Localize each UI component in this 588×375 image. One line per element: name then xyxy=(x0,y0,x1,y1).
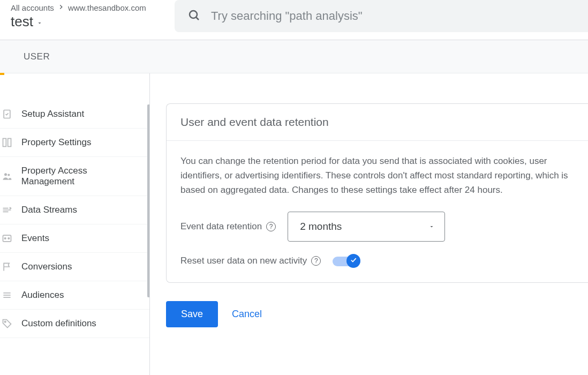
sidebar-item-events[interactable]: Events xyxy=(0,224,149,253)
breadcrumb-root: All accounts xyxy=(11,3,54,12)
svg-point-9 xyxy=(8,238,9,239)
sidebar-item-label: Property Access Management xyxy=(21,166,142,187)
sidebar-item-label: Custom definitions xyxy=(21,318,96,329)
svg-point-6 xyxy=(7,174,10,176)
events-icon xyxy=(1,233,13,244)
chevron-right-icon xyxy=(57,3,65,12)
card-description: You can change the retention period for … xyxy=(180,154,574,198)
breadcrumb-site: www.thesandbox.com xyxy=(68,3,146,12)
svg-point-13 xyxy=(4,321,6,322)
reset-user-data-toggle[interactable] xyxy=(333,256,359,266)
sidebar-item-label: Data Streams xyxy=(21,205,77,215)
svg-point-8 xyxy=(4,238,6,239)
dropdown-caret-icon xyxy=(36,13,43,30)
cancel-button[interactable]: Cancel xyxy=(232,309,262,320)
select-value: 2 months xyxy=(300,221,342,232)
svg-rect-3 xyxy=(3,139,6,147)
people-icon xyxy=(1,171,13,182)
property-name-label: test xyxy=(11,13,33,30)
card-title: User and event data retention xyxy=(167,104,588,141)
sidebar: Setup Assistant Property Settings Proper… xyxy=(0,73,150,375)
sidebar-item-property-settings[interactable]: Property Settings xyxy=(0,129,149,157)
sidebar-item-property-access[interactable]: Property Access Management xyxy=(0,157,149,196)
list-icon xyxy=(1,290,13,301)
svg-point-0 xyxy=(190,11,197,18)
save-button[interactable]: Save xyxy=(166,301,218,327)
breadcrumb[interactable]: All accounts www.thesandbox.com xyxy=(11,3,175,12)
sidebar-item-data-streams[interactable]: Data Streams xyxy=(0,196,149,224)
sidebar-item-label: Events xyxy=(21,233,49,244)
retention-card: User and event data retention You can ch… xyxy=(166,103,588,283)
sidebar-item-label: Conversions xyxy=(21,261,72,272)
property-selector[interactable]: test xyxy=(11,13,175,30)
svg-point-5 xyxy=(4,173,7,176)
svg-rect-4 xyxy=(8,139,11,147)
help-icon[interactable]: ? xyxy=(266,222,276,231)
reset-user-data-label: Reset user data on new activity xyxy=(180,256,307,266)
clipboard-check-icon xyxy=(1,109,13,119)
sidebar-item-label: Audiences xyxy=(21,290,64,301)
svg-line-1 xyxy=(197,18,199,20)
sidebar-item-setup-assistant[interactable]: Setup Assistant xyxy=(0,100,149,129)
stream-icon xyxy=(1,205,13,215)
event-retention-label: Event data retention xyxy=(180,221,262,232)
sidebar-item-conversions[interactable]: Conversions xyxy=(0,253,149,281)
sidebar-item-custom-definitions[interactable]: Custom definitions xyxy=(0,310,149,338)
search-icon xyxy=(187,9,200,24)
search-bar[interactable] xyxy=(175,0,588,32)
search-input[interactable] xyxy=(211,9,575,23)
flag-icon xyxy=(1,261,13,272)
dropdown-caret-icon xyxy=(428,221,435,232)
tab-user[interactable]: USER xyxy=(0,40,73,73)
sidebar-item-audiences[interactable]: Audiences xyxy=(0,281,149,310)
tag-icon xyxy=(1,318,13,329)
grid-icon xyxy=(1,137,13,148)
main-panel: User and event data retention You can ch… xyxy=(150,73,588,375)
sidebar-item-label: Setup Assistant xyxy=(21,109,84,119)
help-icon[interactable]: ? xyxy=(311,256,321,266)
event-retention-select[interactable]: 2 months xyxy=(288,212,445,242)
checkmark-icon xyxy=(350,256,357,266)
sidebar-item-label: Property Settings xyxy=(21,137,91,148)
